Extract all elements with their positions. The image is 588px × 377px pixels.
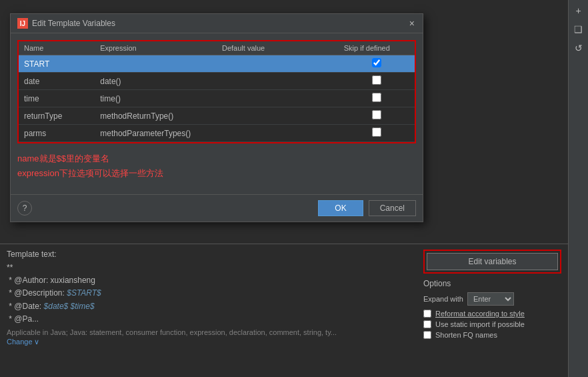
variables-table-container: Name Expression Default value Skip if de… [17, 40, 416, 143]
skip-checkbox-returntype[interactable] [372, 110, 381, 119]
reformat-label: Reformat according to style [435, 310, 525, 318]
row-name: date [19, 73, 95, 90]
right-sidebar: + ❑ ↺ [568, 0, 588, 377]
col-header-skip: Skip if defined [339, 41, 415, 55]
dialog-title-text: Edit Template Variables [32, 19, 115, 28]
copy-icon[interactable]: ❑ [573, 23, 584, 36]
change-label: Change [7, 338, 33, 346]
row-expression: date() [95, 73, 217, 90]
help-button[interactable]: ? [17, 201, 32, 216]
change-link[interactable]: Change ∨ [7, 338, 407, 346]
row-skip [339, 55, 415, 73]
row-skip [339, 73, 415, 90]
table-row[interactable]: parms methodParameterTypes() [19, 125, 415, 142]
static-import-label: Use static import if possible [435, 320, 525, 328]
row-name: time [19, 90, 95, 107]
change-arrow: ∨ [34, 338, 39, 346]
row-skip [339, 125, 415, 142]
row-skip [339, 107, 415, 125]
annotation-line2: expression下拉选项可以选择一些方法 [17, 166, 416, 181]
dialog-body: Name Expression Default value Skip if de… [11, 33, 423, 194]
skip-checkbox-date[interactable] [372, 75, 381, 85]
row-default [217, 125, 339, 142]
template-line-3: * @Description: $START$ [7, 287, 407, 300]
row-expression: methodReturnType() [95, 107, 217, 125]
dialog-footer: ? OK Cancel [11, 194, 423, 222]
ok-button[interactable]: OK [318, 200, 363, 216]
dialog-title-icon: IJ [17, 18, 28, 29]
template-text-area: Template text: ** * @Author: xuxiansheng… [0, 244, 413, 377]
row-expression [95, 55, 217, 73]
table-row[interactable]: START [19, 55, 415, 73]
annotation-text: name就是$$里的变量名 expression下拉选项可以选择一些方法 [17, 151, 416, 181]
shorten-fq-option-row: Shorten FQ names [423, 331, 561, 339]
skip-checkbox-time[interactable] [372, 93, 381, 102]
template-line-5: * @Pa... [7, 313, 407, 326]
row-expression: methodParameterTypes() [95, 125, 217, 142]
skip-checkbox-parms[interactable] [372, 127, 381, 137]
col-header-name: Name [19, 41, 95, 55]
cancel-button[interactable]: Cancel [369, 200, 416, 216]
row-default [217, 107, 339, 125]
undo-icon[interactable]: ↺ [573, 41, 584, 55]
row-name: returnType [19, 107, 95, 125]
template-line-2: * @Author: xuxiansheng [7, 274, 407, 287]
row-name: START [19, 55, 95, 73]
row-skip [339, 90, 415, 107]
options-section: Options Expand with Enter Tab Space Refo… [423, 279, 561, 339]
dialog-title: IJ Edit Template Variables [17, 18, 115, 29]
template-text-label: Template text: [7, 250, 407, 259]
applicable-line: Applicable in Java; Java: statement, con… [7, 328, 407, 336]
skip-checkbox-start[interactable] [372, 58, 381, 67]
row-default [217, 55, 339, 73]
expand-with-select[interactable]: Enter Tab Space [467, 292, 514, 306]
dialog-close-button[interactable]: × [408, 18, 416, 29]
row-expression: time() [95, 90, 217, 107]
static-import-option-row: Use static import if possible [423, 320, 561, 328]
edit-variables-container: Edit variables [423, 250, 561, 274]
edit-template-variables-dialog: IJ Edit Template Variables × Name Expres… [10, 13, 423, 222]
row-name: parms [19, 125, 95, 142]
reformat-option-row: Reformat according to style [423, 310, 561, 318]
col-header-expression: Expression [95, 41, 217, 55]
shorten-fq-checkbox[interactable] [423, 331, 431, 339]
options-label: Options [423, 279, 561, 288]
static-import-checkbox[interactable] [423, 320, 431, 328]
template-content: ** * @Author: xuxiansheng * @Description… [7, 262, 407, 326]
annotation-line1: name就是$$里的变量名 [17, 151, 416, 166]
table-row[interactable]: date date() [19, 73, 415, 90]
plus-icon[interactable]: + [574, 4, 582, 17]
table-row[interactable]: returnType methodReturnType() [19, 107, 415, 125]
dialog-titlebar: IJ Edit Template Variables × [11, 14, 423, 33]
footer-buttons: OK Cancel [318, 200, 416, 216]
table-row[interactable]: time time() [19, 90, 415, 107]
reformat-checkbox[interactable] [423, 310, 431, 318]
row-default [217, 73, 339, 90]
expand-with-row: Expand with Enter Tab Space [423, 292, 561, 306]
bottom-panel: Template text: ** * @Author: xuxiansheng… [0, 244, 568, 377]
col-header-default: Default value [217, 41, 339, 55]
variables-table: Name Expression Default value Skip if de… [19, 41, 415, 142]
template-line-1: ** [7, 262, 407, 274]
edit-variables-button[interactable]: Edit variables [427, 253, 558, 270]
template-line-4: * @Date: $date$ $time$ [7, 300, 407, 313]
expand-with-label: Expand with [423, 295, 463, 303]
right-options-panel: Edit variables Options Expand with Enter… [417, 244, 568, 377]
row-default [217, 90, 339, 107]
shorten-fq-label: Shorten FQ names [435, 331, 497, 339]
